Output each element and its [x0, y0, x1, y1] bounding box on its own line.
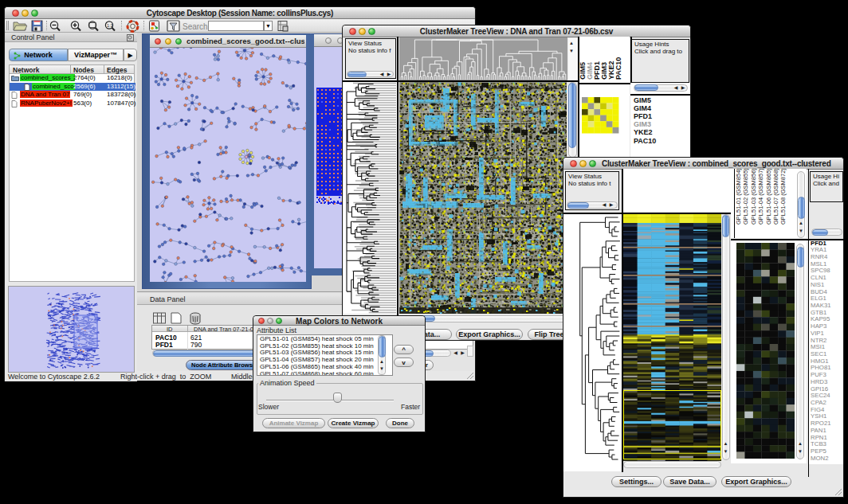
- svg-text:GPL51-04 (GSM857): GPL51-04 (GSM857): [757, 169, 764, 225]
- svg-text:GPL51-07 (GSM868): GPL51-07 (GSM868): [772, 169, 779, 225]
- svg-text:GPL51-01 (GSM854): GPL51-01 (GSM854): [735, 169, 742, 225]
- svg-text:GPL51-03 (GSM856): GPL51-03 (GSM856): [750, 169, 757, 225]
- svg-text:GPL51-06 (GSM865): GPL51-06 (GSM865): [765, 169, 772, 225]
- svg-text:PAC10: PAC10: [614, 57, 622, 80]
- svg-text:GPL51-08 (GSM872): GPL51-08 (GSM872): [779, 169, 787, 225]
- svg-text:GPL51-02 (GSM855): GPL51-02 (GSM855): [742, 169, 749, 225]
- svg-text:1:1: 1:1: [107, 23, 113, 28]
